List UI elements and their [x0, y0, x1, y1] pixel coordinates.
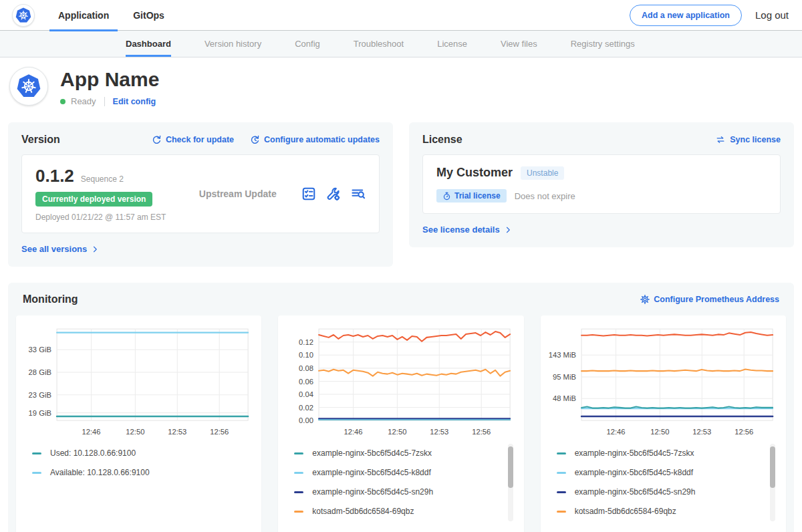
current-version-box: 0.1.2 Sequence 2 Currently deployed vers…: [21, 154, 380, 233]
channel-badge: Unstable: [521, 166, 564, 180]
legend-swatch-icon: [294, 472, 303, 474]
tab-gitops[interactable]: GitOps: [124, 0, 173, 31]
legend-item: example-nginx-5bc6f5d4c5-sn29h: [557, 483, 762, 502]
deployed-timestamp: Deployed 01/21/22 @ 11:57 am EST: [35, 213, 174, 222]
status-label: Ready: [71, 96, 96, 106]
see-license-details-link[interactable]: See license details: [422, 225, 512, 235]
configure-prometheus-label: Configure Prometheus Address: [654, 295, 779, 304]
subtab-registry-settings[interactable]: Registry settings: [571, 31, 635, 57]
edit-config-link[interactable]: Edit config: [113, 97, 156, 106]
chevron-right-icon: [91, 245, 99, 253]
legend-swatch-icon: [557, 491, 566, 493]
svg-text:48 MiB: 48 MiB: [553, 394, 576, 402]
gear-icon: [640, 295, 650, 304]
subtab-license[interactable]: License: [437, 31, 467, 57]
svg-text:12:46: 12:46: [606, 428, 625, 436]
legend-swatch-icon: [294, 452, 303, 454]
license-type-label: Trial license: [454, 191, 501, 201]
legend-item: example-nginx-5bc6f5d4c5-7zskx: [294, 444, 499, 463]
app-header: App Name Ready Edit config: [0, 57, 802, 117]
svg-text:95 MiB: 95 MiB: [553, 373, 576, 381]
svg-text:0.08: 0.08: [299, 364, 313, 372]
deploy-logs-icon[interactable]: [351, 186, 366, 201]
legend-swatch-icon: [557, 472, 566, 474]
svg-text:33 GiB: 33 GiB: [29, 346, 51, 354]
legend-label: example-nginx-5bc6f5d4c5-k8ddf: [575, 468, 693, 477]
cards-row: Version Check for update Configure autom…: [0, 117, 802, 267]
memory-usage-chart-card: 48 MiB95 MiB143 MiB12:4612:5012:5312:56 …: [541, 315, 786, 532]
version-number: 0.1.2: [35, 166, 74, 186]
kubernetes-logo-icon[interactable]: [12, 4, 35, 27]
svg-text:0.00: 0.00: [299, 416, 313, 424]
legend-label: Used: 10.128.0.66:9100: [50, 448, 136, 458]
sync-license-link[interactable]: Sync license: [715, 135, 781, 144]
version-card-title: Version: [21, 134, 60, 146]
app-avatar: [9, 67, 48, 106]
svg-text:19 GiB: 19 GiB: [29, 409, 51, 417]
svg-text:12:53: 12:53: [430, 428, 449, 436]
top-nav: Application GitOps Add a new application…: [0, 0, 802, 31]
svg-text:0.04: 0.04: [299, 390, 313, 398]
tab-application[interactable]: Application: [49, 0, 118, 31]
cpu-usage-chart-card: 0.000.020.040.060.080.100.1212:4612:5012…: [278, 315, 523, 532]
deployed-badge: Currently deployed version: [35, 192, 152, 207]
legend-scrollbar[interactable]: [508, 444, 513, 521]
svg-text:28 GiB: 28 GiB: [29, 368, 51, 376]
memory-usage-plot: 48 MiB95 MiB143 MiB12:4612:5012:5312:56: [547, 322, 779, 438]
svg-text:0.10: 0.10: [299, 351, 313, 359]
sync-arrows-icon: [715, 135, 726, 144]
version-source-label: Upstream Update: [174, 188, 301, 199]
see-all-versions-label: See all versions: [21, 244, 87, 254]
legend-scrollbar-thumb[interactable]: [508, 446, 513, 488]
ready-status-dot-icon: [60, 99, 65, 104]
subtab-dashboard[interactable]: Dashboard: [126, 31, 171, 57]
subtab-view-files[interactable]: View files: [501, 31, 537, 57]
topnav-tabs: Application GitOps: [49, 0, 180, 31]
legend-scrollbar[interactable]: [770, 444, 775, 521]
see-license-details-label: See license details: [422, 225, 500, 235]
legend-label: example-nginx-5bc6f5d4c5-sn29h: [312, 487, 433, 497]
disk-usage-plot: 19 GiB23 GiB28 GiB33 GiB12:4612:5012:531…: [23, 322, 255, 438]
tab-gitops-label: GitOps: [133, 10, 164, 21]
sync-license-label: Sync license: [730, 135, 781, 144]
svg-text:12:56: 12:56: [734, 428, 753, 436]
license-card-title: License: [422, 134, 462, 146]
subtab-config[interactable]: Config: [295, 31, 320, 57]
kubernetes-wheel-icon: [15, 7, 32, 24]
svg-text:12:50: 12:50: [388, 428, 407, 436]
legend-scrollbar-thumb[interactable]: [770, 446, 775, 488]
svg-text:12:46: 12:46: [82, 428, 101, 436]
check-for-update-link[interactable]: Check for update: [152, 135, 234, 145]
edit-config-icon[interactable]: [326, 186, 341, 201]
legend-item: kotsadm-5db6dc6584-69qbz: [557, 502, 762, 521]
sub-nav: Dashboard Version history Config Trouble…: [0, 31, 802, 57]
legend-item: Available: 10.128.0.66:9100: [32, 463, 237, 483]
divider: [104, 97, 105, 106]
legend-item: kotsadm-5db6dc6584-69qbz: [294, 502, 499, 521]
legend-label: example-nginx-5bc6f5d4c5-k8ddf: [312, 468, 430, 477]
svg-text:0.06: 0.06: [299, 378, 313, 386]
license-box: My Customer Unstable Trial license Does …: [422, 154, 781, 214]
disk-usage-chart-card: 19 GiB23 GiB28 GiB33 GiB12:4612:5012:531…: [16, 315, 261, 532]
configure-prometheus-link[interactable]: Configure Prometheus Address: [640, 295, 779, 304]
legend-swatch-icon: [32, 452, 41, 454]
legend-label: kotsadm-5db6dc6584-69qbz: [575, 507, 676, 516]
preflight-checks-icon[interactable]: [301, 186, 316, 201]
add-application-button[interactable]: Add a new application: [630, 5, 742, 26]
configure-automatic-updates-link[interactable]: Configure automatic updates: [250, 135, 380, 145]
version-card: Version Check for update Configure autom…: [8, 122, 393, 267]
svg-text:12:50: 12:50: [126, 428, 144, 436]
legend-item: Used: 10.128.0.66:9100: [32, 444, 237, 463]
legend-item: example-nginx-5bc6f5d4c5-7zskx: [557, 444, 762, 463]
legend-swatch-icon: [294, 491, 303, 493]
cpu-usage-plot: 0.000.020.040.060.080.100.1212:4612:5012…: [285, 322, 517, 438]
subtab-troubleshoot[interactable]: Troubleshoot: [354, 31, 404, 57]
svg-text:12:53: 12:53: [168, 428, 186, 436]
legend-item: example-nginx-5bc6f5d4c5-k8ddf: [294, 463, 499, 483]
memory-usage-legend: example-nginx-5bc6f5d4c5-7zskxexample-ng…: [557, 444, 779, 523]
expiry-label: Does not expire: [515, 191, 575, 201]
legend-label: example-nginx-5bc6f5d4c5-7zskx: [575, 448, 694, 458]
see-all-versions-link[interactable]: See all versions: [21, 244, 99, 254]
logout-link[interactable]: Log out: [755, 9, 789, 21]
subtab-version-history[interactable]: Version history: [205, 31, 261, 57]
